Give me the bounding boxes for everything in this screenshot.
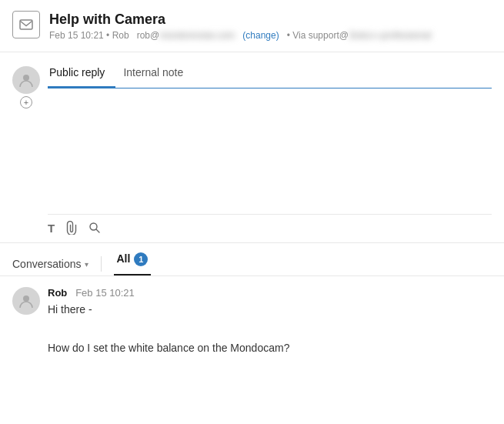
message-text: Hi there - How do I set the white balanc… [48, 302, 289, 356]
reply-content: Public reply Internal note T [48, 62, 492, 242]
message-author: Rob [48, 287, 67, 299]
tab-public-reply[interactable]: Public reply [48, 62, 115, 88]
text-format-icon[interactable]: T [48, 222, 55, 235]
ticket-title: Help with Camera [49, 11, 431, 28]
message-item: Rob Feb 15 10:21 Hi there - How do I set… [12, 287, 492, 359]
header-info: Help with Camera Feb 15 10:21 • Rob rob@… [49, 11, 431, 41]
message-thread: Rob Feb 15 10:21 Hi there - How do I set… [0, 276, 504, 370]
ticket-header: Help with Camera Feb 15 10:21 • Rob rob@… [0, 0, 504, 52]
search-icon[interactable] [88, 222, 101, 234]
conversations-section: Conversations ▾ All1 [0, 243, 504, 276]
tab-all[interactable]: All1 [114, 252, 152, 275]
message-avatar [12, 287, 40, 315]
conversations-divider [101, 256, 102, 272]
svg-line-3 [96, 229, 99, 232]
conversations-bar: Conversations ▾ All1 [12, 243, 492, 275]
email-icon [12, 11, 40, 38]
reply-section: + Public reply Internal note T [0, 52, 504, 243]
reply-tabs: Public reply Internal note [48, 62, 492, 88]
change-link[interactable]: (change) [242, 30, 279, 41]
message-body: Rob Feb 15 10:21 Hi there - How do I set… [48, 287, 289, 359]
svg-point-1 [23, 75, 29, 81]
avatar [12, 66, 40, 94]
conversations-dropdown[interactable]: Conversations ▾ [12, 258, 88, 270]
all-count-badge: 1 [134, 252, 148, 266]
meta-email-blurred: mondonnoise.com [159, 30, 235, 41]
svg-rect-0 [20, 20, 32, 29]
conv-tabs: All1 [114, 252, 152, 275]
meta-email: rob@ [137, 30, 160, 41]
via-blurred: 3ndcc»-professional [349, 30, 431, 41]
chevron-down-icon: ▾ [85, 260, 88, 269]
tab-internal-note[interactable]: Internal note [122, 62, 194, 88]
ticket-meta: Feb 15 10:21 • Rob rob@mondonnoise.com (… [49, 30, 431, 41]
reply-textarea[interactable] [48, 88, 492, 211]
via-label: • Via support@ [287, 30, 349, 41]
message-date: Feb 15 10:21 [75, 287, 135, 299]
meta-user: Rob [112, 30, 129, 41]
add-participant-button[interactable]: + [20, 96, 32, 109]
message-meta: Rob Feb 15 10:21 [48, 287, 289, 299]
avatar-area: + [12, 62, 40, 242]
attach-icon[interactable] [65, 221, 78, 235]
reply-toolbar: T [48, 214, 492, 242]
meta-date: Feb 15 10:21 [49, 30, 104, 41]
conversations-label-text: Conversations [12, 258, 82, 270]
svg-point-4 [23, 295, 29, 302]
